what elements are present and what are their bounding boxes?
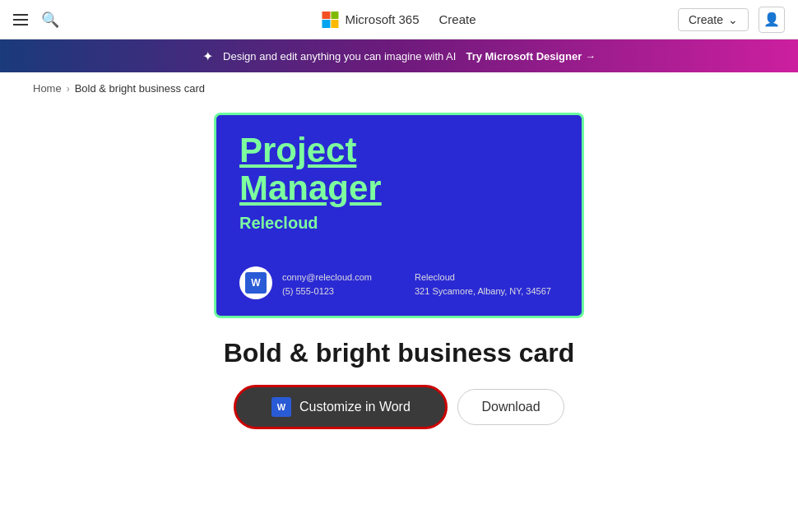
card-bottom: W conny@relecloud.com (5) 555-0123 Relec… [239,266,559,299]
designer-link[interactable]: Try Microsoft Designer → [466,50,595,62]
word-icon: W [245,272,267,294]
breadcrumb-home-link[interactable]: Home [33,82,62,95]
customize-button-label: Customize in Word [299,400,411,414]
create-button-label: Create [689,13,723,26]
header-right: Create ⌄ 👤 [678,7,785,33]
card-contact-left: conny@relecloud.com (5) 555-0123 [282,271,372,299]
promo-banner: ✦ Design and edit anything you can imagi… [0,39,798,72]
chevron-down-icon: ⌄ [728,13,738,26]
word-customize-icon: W [271,397,291,417]
header-left: 🔍 [13,11,59,29]
card-email: conny@relecloud.com [282,271,372,285]
search-icon[interactable]: 🔍 [41,11,59,29]
main-content: Project Manager Relecloud W conny@relecl… [0,104,798,446]
header: 🔍 Microsoft 365 Create Create ⌄ 👤 [0,0,798,39]
breadcrumb: Home › Bold & bright business card [0,72,798,104]
account-icon[interactable]: 👤 [759,7,785,33]
card-address: 321 Sycamore, Albany, NY, 34567 [415,285,551,299]
microsoft-logo [322,12,338,28]
download-button[interactable]: Download [457,389,564,425]
template-title: Bold & bright business card [224,338,575,368]
card-preview: Project Manager Relecloud W conny@relecl… [214,113,584,318]
card-top: Project Manager Relecloud [239,132,559,233]
card-company: Relecloud [239,214,559,233]
breadcrumb-separator: › [67,83,70,95]
banner-text: Design and edit anything you can imagine… [223,50,456,62]
hamburger-menu-icon[interactable] [13,14,28,25]
card-contact-right: Relecloud 321 Sycamore, Albany, NY, 3456… [415,271,551,299]
breadcrumb-current: Bold & bright business card [75,82,205,95]
app-name: Microsoft 365 [345,12,419,26]
create-button[interactable]: Create ⌄ [678,8,749,31]
card-job-title: Project Manager [239,132,559,207]
wand-icon: ✦ [202,49,213,64]
download-button-label: Download [481,400,540,414]
card-phone: (5) 555-0123 [282,285,372,299]
header-center: Microsoft 365 Create [322,12,476,28]
card-company-name: Relecloud [415,271,551,285]
customize-in-word-button[interactable]: W Customize in Word [234,385,448,429]
action-buttons: W Customize in Word Download [234,385,564,429]
header-create-label: Create [439,12,476,26]
word-badge: W [239,266,272,299]
